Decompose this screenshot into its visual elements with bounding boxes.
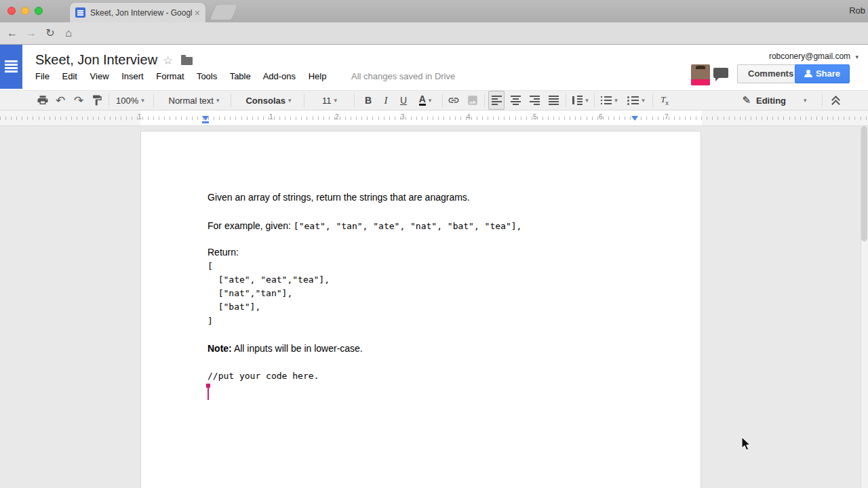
- scrollbar-thumb[interactable]: [861, 126, 867, 241]
- document-title[interactable]: Skeet, Jon Interview: [35, 52, 157, 68]
- doc-code-line[interactable]: ["bat"],: [208, 302, 260, 312]
- italic-button[interactable]: I: [378, 91, 393, 110]
- numbered-list-dropdown-icon: ▾: [614, 97, 618, 104]
- align-left-button[interactable]: [488, 91, 505, 110]
- mouse-cursor: [741, 436, 752, 451]
- close-tab-icon[interactable]: ×: [195, 7, 200, 18]
- doc-line[interactable]: Return:: [208, 247, 239, 258]
- doc-line[interactable]: Note: All inputs will be in lower-case.: [208, 343, 363, 354]
- styles-select[interactable]: Normal text▾: [161, 91, 226, 110]
- menu-table[interactable]: Table: [230, 71, 251, 81]
- print-button[interactable]: [35, 91, 50, 110]
- clear-formatting-button[interactable]: Tx: [656, 91, 673, 110]
- move-to-folder-icon[interactable]: [181, 57, 193, 65]
- browser-toolbar: ← → ↻ ⌂ Secure https://docs.google.com/d…: [0, 22, 868, 45]
- left-margin-marker[interactable]: [202, 121, 209, 123]
- bold-button[interactable]: B: [361, 91, 376, 110]
- fullscreen-window-button[interactable]: [35, 7, 43, 15]
- collapse-chevrons-icon: [832, 96, 839, 104]
- close-window-button[interactable]: [7, 7, 16, 15]
- account-email-text: robconery@gmail.com: [769, 52, 850, 61]
- font-select[interactable]: Consolas▾: [237, 91, 300, 110]
- ruler-number: 6: [599, 113, 603, 121]
- doc-line[interactable]: Given an array of strings, return the st…: [208, 192, 470, 203]
- new-tab-button[interactable]: [210, 5, 238, 20]
- paint-format-button[interactable]: [90, 91, 104, 110]
- menu-file[interactable]: File: [35, 71, 50, 81]
- star-document-icon[interactable]: ☆: [163, 54, 173, 68]
- share-button[interactable]: Share: [795, 64, 850, 83]
- doc-code-line[interactable]: ["ate", "eat","tea"],: [208, 274, 330, 285]
- ruler-number: 7: [665, 113, 669, 121]
- ruler-number: 1: [269, 113, 273, 121]
- bold-icon: B: [365, 95, 372, 106]
- formatting-toolbar: ↶ ↷ 100%▾ Normal text▾ Consolas▾ 11▾ B I…: [0, 90, 868, 110]
- align-center-button[interactable]: [507, 91, 524, 110]
- home-icon[interactable]: ⌂: [61, 26, 76, 41]
- numbered-list-button[interactable]: ▾: [597, 91, 621, 110]
- save-status: All changes saved in Drive: [351, 71, 455, 81]
- doc-code-line[interactable]: [: [208, 261, 213, 271]
- underline-button[interactable]: U: [396, 91, 411, 110]
- mode-select[interactable]: ✎ Editing ▾: [734, 91, 815, 110]
- docs-header: Skeet, Jon Interview ☆ File Edit View In…: [0, 45, 868, 90]
- numbered-list-icon: [600, 96, 612, 105]
- mode-dropdown-icon: ▾: [804, 97, 807, 104]
- menu-insert[interactable]: Insert: [121, 71, 144, 81]
- doc-code-line[interactable]: ["nat","tan"],: [208, 288, 292, 298]
- font-size-select[interactable]: 11▾: [311, 91, 349, 110]
- font-dropdown-icon: ▾: [288, 97, 292, 104]
- menu-edit[interactable]: Edit: [62, 71, 77, 81]
- chat-icon[interactable]: [713, 68, 728, 78]
- menu-bar: File Edit View Insert Format Tools Table…: [35, 71, 455, 81]
- font-value: Consolas: [245, 96, 285, 106]
- text-color-dropdown-icon: ▾: [429, 97, 432, 104]
- browser-tab[interactable]: Skeet, Jon Interview - Google ×: [70, 3, 205, 22]
- insert-link-button[interactable]: [446, 91, 461, 110]
- account-email[interactable]: robconery@gmail.com ▾: [769, 52, 859, 61]
- share-person-icon: [804, 70, 812, 77]
- reload-icon[interactable]: ↻: [43, 26, 58, 41]
- docs-favicon-icon: [75, 7, 85, 18]
- menu-tools[interactable]: Tools: [197, 71, 217, 81]
- text-color-icon: A: [419, 95, 426, 106]
- ruler-number: 5: [533, 113, 537, 121]
- align-justify-button[interactable]: [545, 91, 561, 110]
- document-page[interactable]: Given an array of strings, return the st…: [140, 131, 701, 488]
- redo-icon: ↷: [74, 94, 83, 108]
- zoom-dropdown-icon: ▾: [141, 97, 144, 104]
- menu-help[interactable]: Help: [309, 71, 327, 81]
- align-right-button[interactable]: [526, 91, 542, 110]
- scrollbar[interactable]: [861, 126, 868, 488]
- right-indent-marker[interactable]: [631, 116, 638, 121]
- collapse-toolbar-button[interactable]: [827, 91, 844, 110]
- line-spacing-button[interactable]: ▾: [568, 91, 591, 110]
- font-size-dropdown-icon: ▾: [334, 97, 337, 104]
- ruler-number: 3: [401, 113, 405, 121]
- doc-note-bold: Note:: [208, 343, 232, 354]
- collaborator-avatar[interactable]: [691, 64, 710, 85]
- doc-line[interactable]: For example, given: ["eat", "tan", "ate"…: [208, 220, 521, 232]
- menu-view[interactable]: View: [90, 71, 109, 81]
- text-color-button[interactable]: A▾: [414, 91, 437, 110]
- ruler-number: 1: [138, 113, 142, 121]
- redo-button[interactable]: ↷: [71, 91, 86, 110]
- insert-image-button[interactable]: [465, 91, 480, 110]
- clear-formatting-icon: Tx: [660, 94, 669, 106]
- minimize-window-button[interactable]: [21, 7, 29, 15]
- doc-note-text: All inputs will be in lower-case.: [232, 343, 363, 354]
- doc-code-line[interactable]: ]: [208, 316, 213, 326]
- forward-icon[interactable]: →: [24, 26, 39, 41]
- left-indent-marker[interactable]: [202, 116, 209, 121]
- menu-format[interactable]: Format: [156, 71, 184, 81]
- align-left-icon: [492, 96, 502, 105]
- ruler[interactable]: 1 1 2 3 4 5 6 7: [0, 110, 868, 126]
- menu-addons[interactable]: Add-ons: [263, 71, 296, 81]
- zoom-select[interactable]: 100%▾: [113, 91, 148, 110]
- bulleted-list-button[interactable]: ▾: [624, 91, 648, 110]
- undo-button[interactable]: ↶: [53, 91, 68, 110]
- back-icon[interactable]: ←: [5, 26, 20, 41]
- doc-code-line[interactable]: //put your code here.: [208, 371, 319, 381]
- docs-logo-icon[interactable]: [0, 45, 22, 89]
- styles-value: Normal text: [169, 96, 214, 106]
